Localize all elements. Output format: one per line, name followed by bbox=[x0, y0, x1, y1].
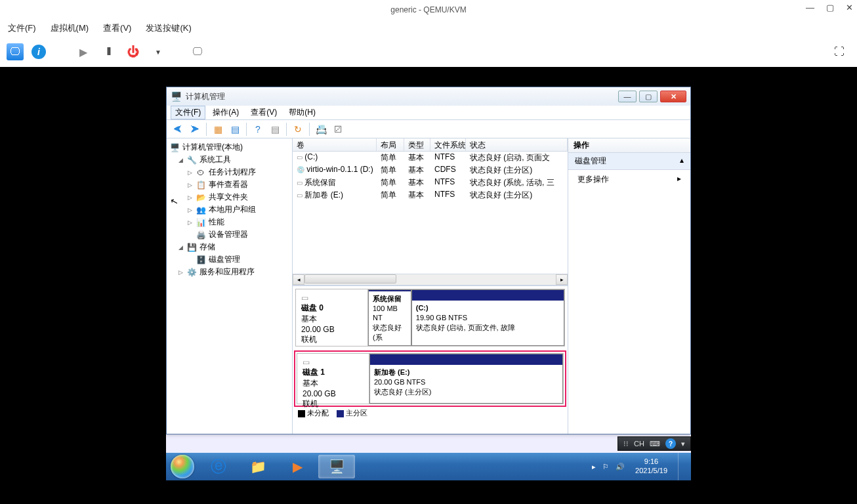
disk-0-block[interactable]: ▭ 磁盘 0 基本 20.00 GB 联机 系统保留 bbox=[295, 289, 565, 346]
ime-bar[interactable]: ⁝⁝ CH ⌨ ? ▾ bbox=[617, 436, 691, 451]
system-tray[interactable]: ▸ ⚐ 🔊 9:16 2021/5/19 bbox=[592, 453, 691, 480]
refresh-icon[interactable]: ↻ bbox=[291, 122, 305, 136]
col-type[interactable]: 类型 bbox=[404, 138, 430, 151]
vm-menu-file[interactable]: 文件(F) bbox=[8, 22, 36, 34]
mmc-toolbar: ⮜ ⮞ ▦ ▤ ? ▤ ↻ 📇 ⚂ bbox=[167, 120, 690, 138]
start-button[interactable] bbox=[166, 453, 199, 480]
taskbar-mediaplayer[interactable]: ▶ bbox=[279, 455, 316, 478]
scroll-right-icon[interactable]: ▸ bbox=[556, 274, 568, 285]
volume-row[interactable]: ▭ (C:)简单基本NTFS状态良好 (启动, 页面文 bbox=[293, 152, 568, 164]
vm-menu-view[interactable]: 查看(V) bbox=[103, 22, 131, 34]
actions-more[interactable]: 更多操作 ▸ bbox=[568, 170, 690, 189]
power-icon[interactable]: ⏻ bbox=[125, 43, 142, 60]
taskbar[interactable]: ⓔ 📁 ▶ 🖥️ ▸ ⚐ 🔊 9:16 2021/5/19 bbox=[166, 453, 691, 480]
disk-1-part-0[interactable]: 新加卷 (E:) 20.00 GB NTFS 状态良好 (主分区) bbox=[369, 354, 563, 404]
disk-1-label: ▭ 磁盘 1 基本 20.00 GB 联机 bbox=[297, 354, 369, 404]
disk-1-state: 联机 bbox=[303, 399, 318, 408]
pause-icon[interactable]: II bbox=[100, 43, 117, 60]
volume-table-body[interactable]: ▭ (C:)简单基本NTFS状态良好 (启动, 页面文💿 virtio-win-… bbox=[293, 152, 568, 201]
mmc-minimize-button[interactable]: — bbox=[618, 91, 637, 102]
tree-systools[interactable]: 系统工具 bbox=[199, 154, 231, 165]
forward-icon[interactable]: ⮞ bbox=[188, 122, 202, 136]
vm-menu-sendkey[interactable]: 发送按键(K) bbox=[146, 22, 191, 34]
mmc-menu-action[interactable]: 操作(A) bbox=[208, 106, 243, 119]
mmc-menu-help[interactable]: 帮助(H) bbox=[284, 106, 320, 119]
disk-0-part-1[interactable]: (C:) 19.90 GB NTFS 状态良好 (启动, 页面文件, 故障 bbox=[411, 289, 564, 346]
monitor-icon[interactable]: 🖵 bbox=[7, 43, 24, 60]
ime-menu-icon[interactable]: ▾ bbox=[681, 440, 685, 448]
tree-services[interactable]: 服务和应用程序 bbox=[199, 266, 255, 278]
expand-icon[interactable]: ▸ bbox=[677, 174, 681, 185]
ime-help-icon[interactable]: ? bbox=[665, 438, 676, 449]
mmc-titlebar[interactable]: 🖥️ 计算机管理 — ▢ ✕ bbox=[167, 87, 690, 106]
taskbar-explorer[interactable]: 📁 bbox=[240, 455, 276, 478]
keyboard-icon[interactable]: ⌨ bbox=[650, 440, 660, 448]
tree-devicemgr[interactable]: 设备管理器 bbox=[209, 229, 248, 240]
volume-row[interactable]: ▭ 系统保留简单基本NTFS状态良好 (系统, 活动, 三 bbox=[293, 177, 568, 189]
disk-0-part-0[interactable]: 系统保留 100 MB NT 状态良好 (系 bbox=[368, 289, 411, 346]
mmc-menu-file[interactable]: 文件(F) bbox=[171, 106, 205, 119]
taskbar-compmgmt[interactable]: 🖥️ bbox=[318, 455, 355, 478]
guest-desktop: 🖥️ 计算机管理 — ▢ ✕ 文件(F) 操作(A) 查看(V) 帮助(H) ⮜… bbox=[166, 87, 691, 480]
col-volume[interactable]: 卷 bbox=[293, 138, 377, 151]
volume-table-header[interactable]: 卷 布局 类型 文件系统 状态 bbox=[293, 138, 568, 152]
scroll-thumb[interactable] bbox=[304, 274, 396, 284]
mmc-menu-view[interactable]: 查看(V) bbox=[246, 106, 282, 119]
help-icon[interactable]: ? bbox=[251, 122, 265, 136]
dropdown-icon[interactable]: ▼ bbox=[150, 43, 167, 60]
properties-icon[interactable]: ▤ bbox=[228, 122, 242, 136]
tree-sharedfolders[interactable]: 共享文件夹 bbox=[209, 192, 248, 203]
minimize-icon[interactable]: — bbox=[806, 3, 814, 12]
tree-localusers[interactable]: 本地用户和组 bbox=[209, 204, 256, 215]
tray-flag-icon[interactable]: ▸ bbox=[592, 463, 596, 471]
col-fs[interactable]: 文件系统 bbox=[430, 138, 466, 151]
info-icon[interactable]: i bbox=[31, 45, 46, 59]
mmc-maximize-button[interactable]: ▢ bbox=[639, 91, 658, 102]
collapse-icon[interactable]: ▴ bbox=[680, 156, 684, 167]
tree-icon[interactable]: ▦ bbox=[211, 122, 225, 136]
part-name: 新加卷 (E:) bbox=[374, 368, 409, 376]
tree-eventviewer[interactable]: 事件查看器 bbox=[209, 179, 248, 190]
actions-title[interactable]: 磁盘管理 ▴ bbox=[568, 153, 690, 170]
ime-lang[interactable]: CH bbox=[634, 440, 644, 448]
maximize-icon[interactable]: ▢ bbox=[826, 3, 834, 12]
col-layout[interactable]: 布局 bbox=[377, 138, 404, 151]
legend-primary: 主分区 bbox=[346, 409, 367, 417]
play-icon[interactable]: ▶ bbox=[75, 43, 92, 60]
tray-date: 2021/5/19 bbox=[635, 467, 667, 476]
tree-storage[interactable]: 存储 bbox=[199, 242, 215, 253]
mmc-close-button[interactable]: ✕ bbox=[660, 91, 686, 102]
scroll-left-icon[interactable]: ◂ bbox=[293, 274, 304, 285]
disk-1-block[interactable]: ▭ 磁盘 1 基本 20.00 GB 联机 新加卷 (E bbox=[297, 353, 564, 404]
show-desktop-button[interactable] bbox=[678, 453, 686, 480]
part-size: 20.00 GB NTFS bbox=[374, 378, 425, 386]
tree-performance[interactable]: 性能 bbox=[209, 217, 224, 228]
fullscreen-icon[interactable]: ⛶ bbox=[831, 43, 848, 60]
list-icon[interactable]: ▤ bbox=[268, 122, 282, 136]
col-status[interactable]: 状态 bbox=[466, 138, 568, 151]
actions-panel: 操作 磁盘管理 ▴ 更多操作 ▸ bbox=[568, 138, 690, 434]
volume-row[interactable]: ▭ 新加卷 (E:)简单基本NTFS状态良好 (主分区) bbox=[293, 189, 568, 201]
vm-menubar: 文件(F) 虚拟机(M) 查看(V) 发送按键(K) bbox=[0, 20, 857, 37]
screenshot-icon[interactable]: 🖵 bbox=[189, 43, 206, 60]
navigation-tree[interactable]: ↖ 🖥️计算机管理(本地) ◢🔧系统工具 ▷⏲任务计划程序 ▷📋事件查看器 ▷📂… bbox=[167, 138, 293, 434]
taskbar-ie[interactable]: ⓔ bbox=[200, 455, 237, 478]
ime-grip-icon[interactable]: ⁝⁝ bbox=[623, 440, 629, 448]
settings-icon[interactable]: 📇 bbox=[314, 122, 328, 136]
tray-volume-icon[interactable]: 🔊 bbox=[616, 463, 625, 471]
back-icon[interactable]: ⮜ bbox=[171, 122, 185, 136]
tree-diskmgmt[interactable]: 磁盘管理 bbox=[209, 254, 240, 265]
part-name: (C:) bbox=[416, 304, 428, 312]
disk-0-type: 基本 bbox=[301, 314, 317, 324]
vm-menu-machine[interactable]: 虚拟机(M) bbox=[51, 22, 89, 34]
tree-taskscheduler[interactable]: 任务计划程序 bbox=[209, 167, 256, 178]
tree-root[interactable]: 计算机管理(本地) bbox=[182, 142, 243, 153]
part-name: 系统保留 bbox=[373, 295, 402, 303]
vm-title: generic - QEMU/KVM bbox=[390, 5, 466, 14]
tray-action-icon[interactable]: ⚐ bbox=[602, 463, 609, 471]
volume-row[interactable]: 💿 virtio-win-0.1.1 (D:)简单基本CDFS状态良好 (主分区… bbox=[293, 164, 568, 177]
close-icon[interactable]: ✕ bbox=[846, 3, 853, 12]
misc-icon[interactable]: ⚂ bbox=[331, 122, 345, 136]
tray-clock[interactable]: 9:16 2021/5/19 bbox=[631, 457, 671, 476]
horizontal-scrollbar[interactable]: ◂ ▸ bbox=[293, 274, 568, 285]
